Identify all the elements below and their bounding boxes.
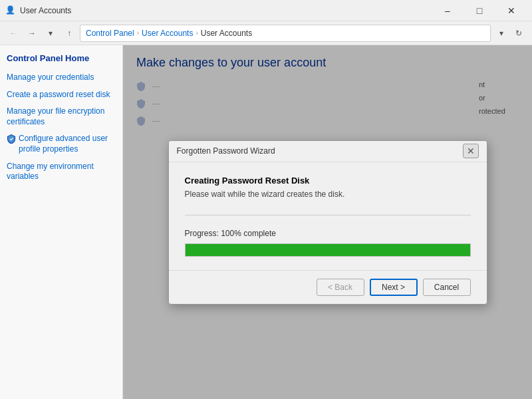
sidebar-link-create-reset-disk[interactable]: Create a password reset disk (7, 90, 116, 100)
title-bar: 👤 User Accounts – □ ✕ (0, 0, 532, 21)
dialog-title-text: Forgotten Password Wizard (177, 146, 463, 156)
breadcrumb: Control Panel › User Accounts › User Acc… (86, 29, 252, 38)
sidebar: Control Panel Home Manage your credentia… (0, 45, 123, 399)
main-content: Control Panel Home Manage your credentia… (0, 45, 532, 399)
breadcrumb-control-panel[interactable]: Control Panel (86, 29, 134, 38)
modal-overlay: Forgotten Password Wizard ✕ Creating Pas… (123, 45, 532, 399)
breadcrumb-user-accounts-2: User Accounts (201, 29, 252, 38)
dialog-divider (185, 215, 471, 215)
forgotten-password-wizard-dialog: Forgotten Password Wizard ✕ Creating Pas… (168, 140, 487, 305)
sidebar-title[interactable]: Control Panel Home (7, 53, 116, 63)
forward-button[interactable]: → (24, 25, 40, 41)
dialog-body: Creating Password Reset Disk Please wait… (169, 162, 487, 270)
maximize-button[interactable]: □ (464, 2, 495, 19)
back-button[interactable]: ← (5, 25, 21, 41)
up-button[interactable]: ↑ (61, 25, 77, 41)
address-bar: ← → ▾ ↑ Control Panel › User Accounts › … (0, 21, 532, 45)
window-icon: 👤 (5, 5, 16, 16)
dropdown-button[interactable]: ▾ (43, 25, 59, 41)
window-controls: – □ ✕ (432, 2, 527, 19)
progress-bar-outer (185, 243, 471, 257)
progress-bar-inner (186, 244, 470, 256)
refresh-button[interactable]: ↻ (511, 25, 527, 41)
cancel-button[interactable]: Cancel (423, 279, 471, 296)
next-button[interactable]: Next > (370, 279, 418, 296)
sidebar-link-manage-credentials[interactable]: Manage your credentials (7, 72, 116, 83)
breadcrumb-user-accounts-1[interactable]: User Accounts (142, 29, 193, 38)
close-button[interactable]: ✕ (496, 2, 527, 19)
dialog-close-button[interactable]: ✕ (463, 144, 479, 158)
progress-label: Progress: 100% complete (185, 229, 471, 238)
sidebar-link-configure-advanced[interactable]: Configure advanced user profile properti… (19, 134, 116, 154)
address-dropdown-button[interactable]: ▾ (493, 25, 509, 41)
dialog-section-title: Creating Password Reset Disk (185, 176, 471, 186)
dialog-title-bar: Forgotten Password Wizard ✕ (169, 141, 487, 162)
address-field[interactable]: Control Panel › User Accounts › User Acc… (80, 25, 491, 42)
sidebar-link-manage-encryption[interactable]: Manage your file encryption certificates (7, 106, 116, 127)
shield-icon (7, 134, 16, 144)
sidebar-link-change-env[interactable]: Change my environment variables (7, 162, 116, 182)
dialog-footer: < Back Next > Cancel (169, 270, 487, 304)
back-button[interactable]: < Back (317, 279, 364, 296)
address-actions: ▾ ↻ (493, 25, 527, 41)
window-title: User Accounts (20, 6, 432, 15)
minimize-button[interactable]: – (432, 2, 463, 19)
content-area: Make changes to your user account — — — … (123, 45, 532, 399)
sidebar-link-configure-advanced-container: Configure advanced user profile properti… (7, 134, 116, 154)
dialog-section-desc: Please wait while the wizard creates the… (185, 190, 471, 199)
